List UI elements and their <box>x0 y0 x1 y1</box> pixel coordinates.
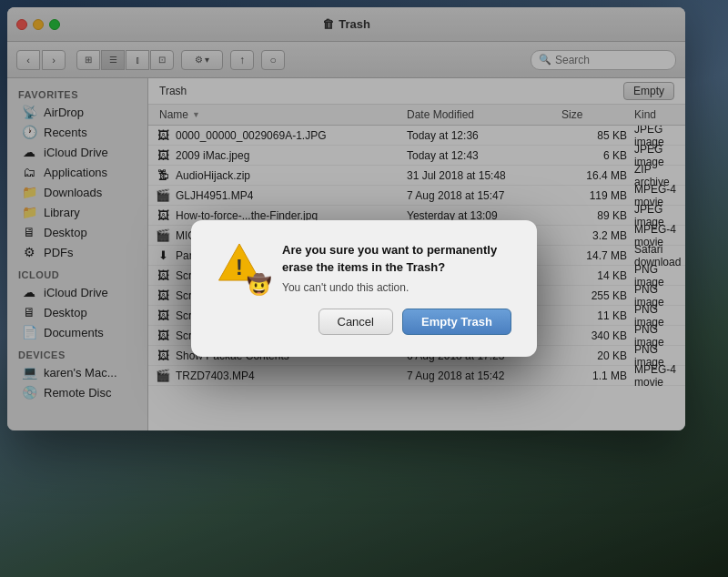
dialog-text: Are you sure you want to permanently era… <box>282 242 511 293</box>
empty-trash-dialog: ! 🤠 Are you sure you want to permanently… <box>191 220 537 356</box>
dialog-content: ! 🤠 Are you sure you want to permanently… <box>217 242 511 293</box>
empty-trash-button[interactable]: Empty Trash <box>402 309 511 335</box>
finder-icon: 🤠 <box>247 273 271 297</box>
cancel-button[interactable]: Cancel <box>318 309 393 335</box>
dialog-buttons: Cancel Empty Trash <box>217 309 511 335</box>
dialog-overlay: ! 🤠 Are you sure you want to permanently… <box>0 0 728 577</box>
svg-text:!: ! <box>236 256 243 279</box>
dialog-icon: ! 🤠 <box>217 242 268 293</box>
dialog-subtitle: You can't undo this action. <box>282 281 511 294</box>
dialog-title: Are you sure you want to permanently era… <box>282 242 511 275</box>
